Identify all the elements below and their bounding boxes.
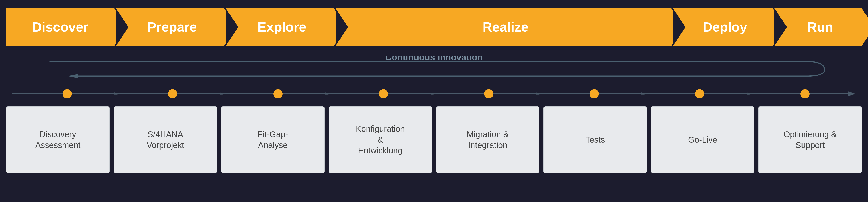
phase-box-optimierung-text: Optimierung &Support <box>783 129 837 151</box>
phase-box-fitgap-text: Fit-Gap-Analyse <box>257 129 288 151</box>
svg-point-13 <box>695 89 704 98</box>
svg-marker-5 <box>848 91 856 96</box>
svg-point-14 <box>800 89 810 98</box>
phase-box-s4hana-text: S/4HANAVorprojekt <box>147 129 184 151</box>
phase-box-tests-text: Tests <box>585 134 605 145</box>
phase-box-golive: Go-Live <box>651 106 754 173</box>
phase-box-fitgap: Fit-Gap-Analyse <box>221 106 324 173</box>
svg-text:Continuous Innovation: Continuous Innovation <box>385 56 483 62</box>
svg-point-11 <box>484 89 493 98</box>
chevron-prepare-label: Prepare <box>137 19 203 35</box>
phase-box-konfiguration-text: Konfiguration&Entwicklung <box>356 123 405 156</box>
chevron-realize: Realize <box>336 8 671 46</box>
svg-point-10 <box>379 89 388 98</box>
phase-box-tests: Tests <box>544 106 647 173</box>
svg-marker-16 <box>220 92 226 95</box>
chevron-explore: Explore <box>226 8 334 46</box>
svg-point-12 <box>590 89 599 98</box>
chevron-explore-label: Explore <box>247 19 313 35</box>
svg-marker-0 <box>68 74 78 78</box>
svg-point-9 <box>273 89 283 98</box>
innovation-section: Continuous Innovation <box>12 56 856 81</box>
svg-marker-17 <box>325 92 332 95</box>
svg-marker-21 <box>747 92 753 95</box>
phase-box-s4hana: S/4HANAVorprojekt <box>114 106 217 173</box>
chevron-deploy-label: Deploy <box>692 19 753 35</box>
phase-box-discovery: DiscoveryAssessment <box>6 106 110 173</box>
innovation-track: Continuous Innovation <box>37 56 831 79</box>
chevron-realize-label: Realize <box>472 19 535 35</box>
timeline-section <box>12 87 856 100</box>
phase-boxes: DiscoveryAssessment S/4HANAVorprojekt Fi… <box>6 106 862 173</box>
chevron-prepare: Prepare <box>116 8 224 46</box>
svg-marker-15 <box>114 92 121 95</box>
svg-point-8 <box>168 89 177 98</box>
phase-box-discovery-text: DiscoveryAssessment <box>35 129 81 151</box>
phase-box-golive-text: Go-Live <box>688 134 717 145</box>
svg-point-7 <box>63 89 72 98</box>
chevron-discover-label: Discover <box>26 19 95 35</box>
phase-box-migration-text: Migration &Integration <box>467 129 509 151</box>
chevron-run: Run <box>774 8 862 46</box>
chevron-deploy: Deploy <box>673 8 773 46</box>
main-container: Discover Prepare Explore Realize Deploy … <box>0 0 868 202</box>
phase-box-optimierung: Optimierung &Support <box>758 106 862 173</box>
phase-box-konfiguration: Konfiguration&Entwicklung <box>329 106 432 173</box>
svg-marker-18 <box>431 92 437 95</box>
chevron-run-label: Run <box>797 19 839 35</box>
chevron-row: Discover Prepare Explore Realize Deploy … <box>6 6 862 48</box>
svg-marker-20 <box>641 92 648 95</box>
chevron-discover: Discover <box>6 8 114 46</box>
phase-box-migration: Migration &Integration <box>436 106 539 173</box>
svg-marker-19 <box>536 92 542 95</box>
